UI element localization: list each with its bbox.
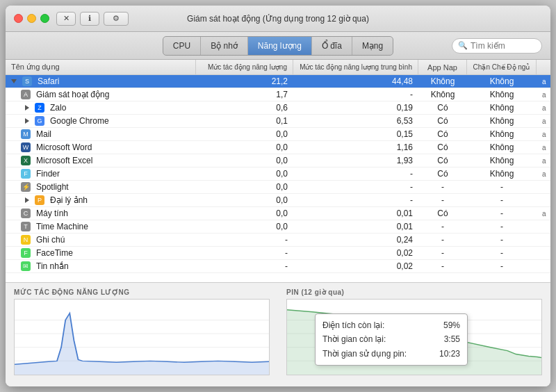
app-icon: F xyxy=(21,248,31,258)
table-row[interactable]: NGhi chú-0,24-- xyxy=(6,234,550,247)
window-title: Giám sát hoạt động (Ứng dụng trong 12 gi… xyxy=(187,14,369,24)
app-name: Google Chrome xyxy=(50,116,109,126)
extra-col: a xyxy=(537,154,550,167)
titlebar: ✕ ℹ ⚙ Giám sát hoạt động (Ứng dụng trong… xyxy=(6,6,550,32)
extra-col: a xyxy=(537,141,550,154)
table-row[interactable]: FFaceTime-0,02-- xyxy=(6,247,550,260)
table-row[interactable]: ZZalo0,60,19CóKhônga xyxy=(6,101,550,115)
energy-level: 0,0 xyxy=(196,168,293,180)
col-header-extra xyxy=(537,60,550,74)
app-icon: G xyxy=(35,116,44,126)
app-name: Microsoft Excel xyxy=(36,156,92,165)
app-name: Zalo xyxy=(50,103,66,113)
col-header-level: Mức tác động năng lượng xyxy=(196,60,293,74)
sleep-block: Không xyxy=(467,168,537,180)
search-input[interactable] xyxy=(471,41,536,51)
extra-col: a xyxy=(537,207,550,220)
app-name: Đại lý ảnh xyxy=(50,195,88,205)
expand-triangle-icon[interactable] xyxy=(25,105,29,111)
tab-group: CPU Bộ nhớ Năng lượng Ổ đĩa Mạng xyxy=(163,36,393,56)
chart-area-right: Điện tích còn lại: 59% Thời gian còn lại… xyxy=(286,299,542,375)
app-nap: Không xyxy=(418,75,467,88)
energy-level: 0,0 xyxy=(196,154,293,167)
info-button[interactable]: ℹ xyxy=(80,12,99,26)
app-name: Máy tính xyxy=(36,209,68,218)
app-icon: C xyxy=(21,209,31,218)
sleep-block: - xyxy=(467,234,537,246)
app-nap: - xyxy=(418,181,467,193)
sleep-block: - xyxy=(467,194,537,206)
table-row[interactable]: XMicrosoft Excel0,01,93CóKhônga xyxy=(6,154,550,168)
tooltip-label-1: Điện tích còn lại: xyxy=(322,318,384,332)
expand-triangle-icon[interactable] xyxy=(25,197,29,203)
energy-avg: - xyxy=(293,194,418,206)
app-nap: Có xyxy=(418,128,467,140)
tab-memory[interactable]: Bộ nhớ xyxy=(201,37,248,55)
app-nap: - xyxy=(418,234,467,246)
col-header-avg: Mức tác động năng lượng trung bình xyxy=(293,60,418,74)
tab-network[interactable]: Mạng xyxy=(352,37,393,55)
back-button[interactable]: ✕ xyxy=(56,12,76,26)
energy-avg: - xyxy=(293,181,418,193)
tab-disk[interactable]: Ổ đĩa xyxy=(312,37,352,55)
close-button[interactable] xyxy=(14,14,23,23)
expand-triangle-icon[interactable] xyxy=(11,79,17,83)
traffic-lights xyxy=(14,14,49,23)
energy-level: 0,0 xyxy=(196,128,293,140)
battery-tooltip: Điện tích còn lại: 59% Thời gian còn lại… xyxy=(315,313,468,366)
extra-col: a xyxy=(537,75,550,88)
bottom-section: MỨC TÁC ĐỘNG NĂNG LƯỢNG PIN (12 giờ qua) xyxy=(6,282,550,386)
energy-avg: - xyxy=(293,168,418,180)
sleep-block: - xyxy=(467,220,537,233)
app-nap: Không xyxy=(418,88,467,101)
settings-button[interactable]: ⚙ xyxy=(104,12,129,26)
app-icon: W xyxy=(21,142,31,152)
table-row[interactable]: GGoogle Chrome0,16,53CóKhônga xyxy=(6,115,550,128)
toolbar-row: CPU Bộ nhớ Năng lượng Ổ đĩa Mạng 🔍 xyxy=(6,32,550,60)
energy-level: 0,0 xyxy=(196,141,293,154)
table-row[interactable]: MMail0,00,15CóKhônga xyxy=(6,128,550,141)
table-row[interactable]: TTime Machine0,00,01-- xyxy=(6,220,550,234)
tooltip-row-2: Thời gian còn lại: 3:55 xyxy=(322,332,460,346)
extra-col: a xyxy=(537,101,550,114)
energy-avg: 0,02 xyxy=(293,260,418,272)
energy-avg: 0,01 xyxy=(293,220,418,233)
tooltip-value-2: 3:55 xyxy=(444,332,460,346)
tab-cpu[interactable]: CPU xyxy=(163,37,201,55)
energy-level: 0,0 xyxy=(196,207,293,220)
table-row[interactable]: ✉Tin nhắn-0,02-- xyxy=(6,260,550,273)
app-icon: T xyxy=(21,222,31,231)
app-name: Finder xyxy=(36,169,60,179)
table-row[interactable]: CMáy tính0,00,01Có-a xyxy=(6,207,550,220)
extra-col: a xyxy=(537,168,550,180)
maximize-button[interactable] xyxy=(40,14,49,23)
minimize-button[interactable] xyxy=(27,14,36,23)
table-row[interactable]: WMicrosoft Word0,01,16CóKhônga xyxy=(6,141,550,154)
table-row[interactable]: FFinder0,0-CóKhônga xyxy=(6,168,550,181)
energy-avg: 0,19 xyxy=(293,101,418,114)
sleep-block: - xyxy=(467,207,537,220)
table-row[interactable]: ⚡Spotlight0,0--- xyxy=(6,181,550,194)
sleep-block: - xyxy=(467,247,537,259)
energy-avg: 1,93 xyxy=(293,154,418,167)
app-name: Microsoft Word xyxy=(36,142,92,152)
energy-level: - xyxy=(196,260,293,272)
app-name: Time Machine xyxy=(36,222,88,231)
tooltip-row-3: Thời gian sử dụng pin: 10:23 xyxy=(322,347,460,361)
table-row[interactable]: AGiám sát hoạt động1,7-KhôngKhônga xyxy=(6,88,550,101)
chart-left-label: MỨC TÁC ĐỘNG NĂNG LƯỢNG xyxy=(14,288,270,296)
tab-energy[interactable]: Năng lượng xyxy=(248,37,312,55)
expand-triangle-icon[interactable] xyxy=(25,118,29,124)
app-icon: ⚡ xyxy=(21,182,31,192)
app-icon: ✉ xyxy=(21,261,31,271)
app-name: FaceTime xyxy=(36,248,73,258)
energy-avg: 6,53 xyxy=(293,115,418,127)
tooltip-value-3: 10:23 xyxy=(439,347,460,361)
extra-col xyxy=(537,220,550,233)
table-row[interactable]: SSafari21,244,48KhôngKhônga xyxy=(6,75,550,88)
app-nap: Có xyxy=(418,168,467,180)
search-box[interactable]: 🔍 xyxy=(452,38,542,54)
extra-col: a xyxy=(537,115,550,127)
table-row[interactable]: PĐại lý ảnh0,0--- xyxy=(6,194,550,207)
table-body: SSafari21,244,48KhôngKhôngaAGiám sát hoạ… xyxy=(6,75,550,282)
